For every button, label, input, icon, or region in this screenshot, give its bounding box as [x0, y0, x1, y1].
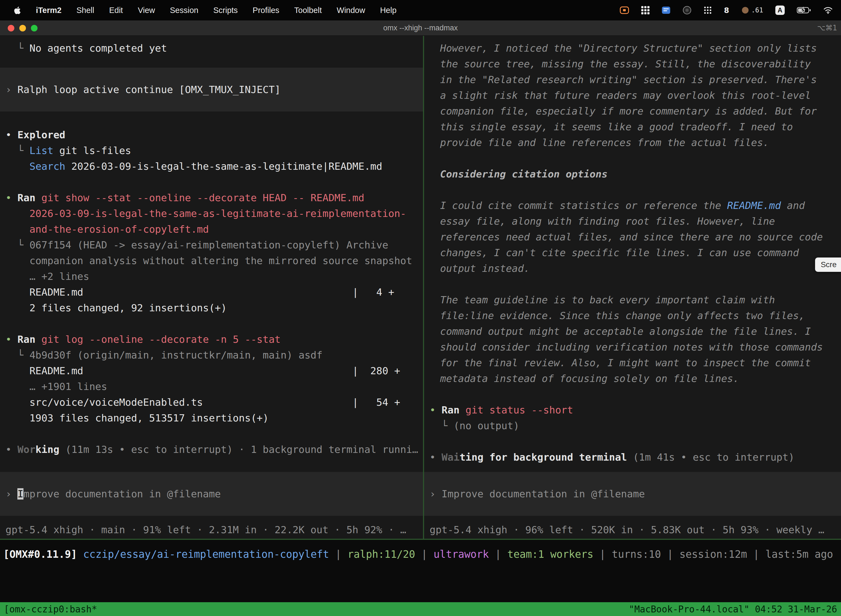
screen-tooltip: Scre: [815, 258, 841, 272]
terminal-line: … +1901 lines: [6, 378, 423, 395]
tmux-host-clock: "MacBook-Pro-44.local" 04:52 31-Mar-26: [629, 604, 837, 615]
terminal-line: gpt-5.4 xhigh · 96% left · 520K in · 5.8…: [429, 522, 841, 538]
menu-scripts[interactable]: Scripts: [213, 6, 238, 15]
terminal-line: and-the-erosion-of-copyleft.md: [6, 221, 423, 237]
tmux-session-window[interactable]: [omx-cczip0:bash*: [4, 604, 97, 615]
notification-band: › Ralph loop active continue [OMX_TMUX_I…: [0, 67, 423, 111]
terminal-line: src/voice/voiceModeEnabled.ts | 54 +: [6, 395, 423, 410]
thinking-paragraph: The team guideline is to back every impo…: [440, 292, 826, 386]
menu-toolbelt[interactable]: Toolbelt: [294, 6, 322, 15]
output-block: • Explored └ List git ls-files Search 20…: [6, 127, 423, 174]
menu-shell[interactable]: Shell: [76, 6, 94, 15]
pane-left-scrollback: └ No agents completed yet› Ralph loop ac…: [0, 36, 423, 457]
model-status-left: gpt-5.4 xhigh · main · 91% left · 2.31M …: [6, 522, 423, 538]
tmux-pane-right[interactable]: However, I noticed the "Directory Struct…: [424, 36, 841, 539]
omx-status-area: [OMX#0.11.9] cczip/essay/ai-reimplementa…: [0, 540, 841, 602]
menu-bar-status-icons: 8.61A: [620, 4, 833, 16]
omx-status-line: [OMX#0.11.9] cczip/essay/ai-reimplementa…: [3, 546, 841, 562]
wifi-icon[interactable]: [823, 4, 833, 16]
output-block: └ No agents completed yet: [6, 40, 423, 56]
output-block: • Working (11m 13s • esc to interrupt) ·…: [6, 441, 423, 457]
terminal-line: Search 2026-03-09-is-legal-the-same-as-l…: [6, 158, 423, 174]
screen-recording-icon[interactable]: [620, 4, 629, 16]
terminal-line: 1903 files changed, 513517 insertions(+): [6, 410, 423, 426]
terminal-line: • Working (11m 13s • esc to interrupt) ·…: [6, 441, 423, 457]
terminal-line: › Improve documentation in @filename: [429, 486, 841, 502]
terminal-line: • Explored: [6, 127, 423, 143]
terminal-line: README.md | 4 +: [6, 284, 423, 300]
prompt-input-left[interactable]: › Improve documentation in @filename: [0, 472, 423, 516]
apple-menu-icon[interactable]: [14, 6, 21, 15]
emoji-meter-icon[interactable]: .61: [741, 4, 763, 16]
menu-help[interactable]: Help: [380, 6, 397, 15]
terminal-line: companion analysis without altering the …: [6, 253, 423, 268]
input-source-icon[interactable]: A: [775, 4, 785, 16]
window-title: omx --xhigh --madmax: [0, 21, 841, 35]
menu-window[interactable]: Window: [337, 6, 365, 15]
menu-session[interactable]: Session: [170, 6, 198, 15]
tmux-status-bar: [omx-cczip0:bash* "MacBook-Pro-44.local"…: [0, 602, 841, 616]
terminal-line: README.md | 280 +: [6, 363, 423, 378]
title-bar: omx --xhigh --madmax ⌥⌘1: [0, 21, 841, 36]
thinking-paragraph: However, I noticed the "Directory Struct…: [440, 40, 826, 150]
pane-left-bottom: › Improve documentation in @filename gpt…: [0, 472, 423, 539]
terminal-line: … +2 lines: [6, 268, 423, 284]
terminal-line: └ No agents completed yet: [6, 40, 423, 56]
terminal-line: gpt-5.4 xhigh · main · 91% left · 2.31M …: [6, 522, 423, 538]
menu-bar-left: iTerm2ShellEditViewSessionScriptsProfile…: [14, 6, 397, 15]
terminal-line: └ List git ls-files: [6, 143, 423, 158]
thinking-paragraph: Considering citation options: [440, 166, 826, 182]
terminal-line: └ 067f154 (HEAD -> essay/ai-reimplementa…: [6, 237, 423, 253]
blue-app-icon[interactable]: [662, 4, 671, 16]
window-grid-icon[interactable]: [641, 4, 649, 16]
terminal-line: › Ralph loop active continue [OMX_TMUX_I…: [6, 82, 423, 97]
terminal-window: └ No agents completed yet› Ralph loop ac…: [0, 36, 841, 539]
terminal-line: • Ran git log --oneline --decorate -n 5 …: [6, 331, 423, 347]
terminal-line: [OMX#0.11.9] cczip/essay/ai-reimplementa…: [3, 546, 841, 562]
model-status-right: gpt-5.4 xhigh · 96% left · 520K in · 5.8…: [429, 522, 841, 538]
terminal-line: › Improve documentation in @filename: [6, 486, 423, 502]
output-block: • Ran git status --short └ (no output): [429, 402, 841, 434]
dark-app-icon[interactable]: [683, 4, 692, 16]
prompt-input-right[interactable]: › Improve documentation in @filename: [424, 472, 841, 516]
terminal-line: └ (no output): [429, 418, 841, 434]
output-block: • Waiting for background terminal (1m 41…: [429, 449, 841, 465]
menu-profiles[interactable]: Profiles: [253, 6, 280, 15]
thinking-paragraph: I could cite commit statistics or refere…: [440, 198, 826, 276]
menu-edit[interactable]: Edit: [109, 6, 123, 15]
output-block: • Ran git log --oneline --decorate -n 5 …: [6, 331, 423, 426]
pane-right-scrollback: However, I noticed the "Directory Struct…: [424, 36, 841, 465]
window-shortcut-hint: ⌥⌘1: [817, 21, 837, 35]
terminal-line: • Ran git show --stat --oneline --decora…: [6, 190, 423, 205]
keystroke-icon[interactable]: 8: [724, 4, 729, 16]
menu-iterm2[interactable]: iTerm2: [36, 6, 62, 15]
terminal-line: └ 4b9d30f (origin/main, instructkr/main,…: [6, 347, 423, 363]
tmux-pane-left[interactable]: └ No agents completed yet› Ralph loop ac…: [0, 36, 423, 539]
menu-bar: iTerm2ShellEditViewSessionScriptsProfile…: [0, 0, 841, 21]
terminal-line: • Waiting for background terminal (1m 41…: [429, 449, 841, 465]
output-block: • Ran git show --stat --oneline --decora…: [6, 190, 423, 316]
pane-right-bottom: › Improve documentation in @filename gpt…: [424, 472, 841, 539]
launchpad-grid-icon[interactable]: [703, 4, 712, 16]
battery-icon[interactable]: [797, 4, 811, 16]
terminal-line: • Ran git status --short: [429, 402, 841, 418]
menu-view[interactable]: View: [138, 6, 155, 15]
terminal-line: 2026-03-09-is-legal-the-same-as-legitima…: [6, 205, 423, 221]
terminal-line: 2 files changed, 92 insertions(+): [6, 300, 423, 316]
